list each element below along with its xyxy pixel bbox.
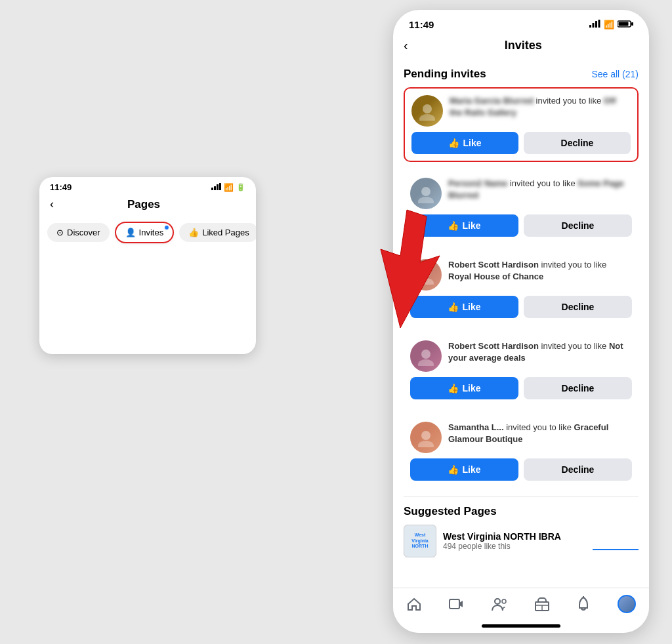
large-status-icons: 📶 <box>589 20 633 30</box>
like-button-1[interactable]: 👍 Like <box>411 132 518 154</box>
invite-item-4: Robert Scott Hardison invited you to lik… <box>404 334 639 406</box>
invites-dot <box>164 225 169 230</box>
large-wifi-icon: 📶 <box>604 20 614 30</box>
nav-video[interactable] <box>448 596 464 612</box>
large-back-arrow[interactable]: ‹ <box>404 38 408 53</box>
svg-rect-21 <box>450 599 459 609</box>
like-label-2: Like <box>462 220 480 231</box>
pending-title: Pending invites <box>404 68 486 81</box>
svg-point-17 <box>421 350 430 359</box>
invites-icon: 👤 <box>125 228 136 237</box>
svg-point-14 <box>418 197 434 203</box>
bottom-navigation <box>393 588 649 618</box>
invite-top-3: Robert Scott Hardison invited you to lik… <box>410 259 632 291</box>
tab-liked-pages[interactable]: 👍 Liked Pages <box>179 223 256 242</box>
large-phone: 11:49 📶 ‹ Invites <box>393 10 649 633</box>
invite-item-2: Person2 Name invited you to like Some Pa… <box>404 171 639 243</box>
home-indicator <box>393 618 649 633</box>
small-phone-status-bar: 11:49 📶 🔋 <box>39 177 256 195</box>
suggested-follow-button-1[interactable] <box>593 532 639 550</box>
suggested-section: Suggested Pages West Virginia NORTH West… <box>404 505 639 557</box>
svg-point-18 <box>418 359 434 366</box>
svg-point-12 <box>419 114 435 121</box>
like-label-3: Like <box>462 302 480 312</box>
invited-you-5: invited you to like <box>506 422 574 432</box>
suggested-thumb-text-1: West Virginia NORTH <box>404 531 436 551</box>
small-phone: 11:49 📶 🔋 ‹ Pages ⊙ Discover 👤 Invi <box>39 177 256 354</box>
small-phone-nav: ‹ Pages <box>39 195 256 216</box>
tab-invites[interactable]: 👤 Invites <box>115 222 175 243</box>
svg-point-24 <box>502 599 506 603</box>
invite-top-2: Person2 Name invited you to like Some Pa… <box>410 178 632 209</box>
inviter-name-5: Samantha L... <box>448 422 504 432</box>
invite-top-5: Samantha L... invited you to like Gracef… <box>410 422 632 453</box>
invited-you-4: invited you to like <box>541 341 609 351</box>
tab-discover[interactable]: ⊙ Discover <box>47 223 110 242</box>
wifi-icon: 📶 <box>224 183 234 192</box>
decline-button-3[interactable]: Decline <box>524 296 632 318</box>
inviter-name-4: Robert Scott Hardison <box>448 341 539 351</box>
invite-actions-1: 👍 Like Decline <box>411 132 631 154</box>
invited-you-1: invited you to like <box>536 96 604 106</box>
svg-point-15 <box>421 268 430 277</box>
nav-home[interactable] <box>406 596 422 612</box>
invite-actions-5: 👍 Like Decline <box>410 458 632 481</box>
like-thumb-icon-1: 👍 <box>448 138 459 148</box>
decline-button-4[interactable]: Decline <box>524 377 632 399</box>
svg-rect-1 <box>214 186 216 190</box>
svg-rect-0 <box>211 188 213 190</box>
like-button-2[interactable]: 👍 Like <box>410 214 518 237</box>
small-phone-status-icons: 📶 🔋 <box>211 183 245 192</box>
inviter-name-1: Maria Garcia Blurred <box>450 96 534 106</box>
nav-marketplace[interactable] <box>534 596 550 612</box>
like-button-3[interactable]: 👍 Like <box>410 296 518 318</box>
invite-text-2: Person2 Name invited you to like Some Pa… <box>448 178 632 201</box>
tab-liked-label: Liked Pages <box>202 228 249 237</box>
svg-rect-10 <box>631 22 633 26</box>
invite-top-4: Robert Scott Hardison invited you to lik… <box>410 340 632 372</box>
tab-invites-label: Invites <box>139 228 164 237</box>
invite-actions-4: 👍 Like Decline <box>410 377 632 399</box>
svg-point-11 <box>423 104 432 113</box>
large-page-title: Invites <box>408 39 639 52</box>
decline-button-1[interactable]: Decline <box>524 132 631 154</box>
nav-profile[interactable] <box>618 595 636 613</box>
svg-point-16 <box>418 278 434 285</box>
like-thumb-icon-4: 👍 <box>448 383 459 393</box>
large-battery-icon <box>618 20 633 30</box>
suggested-item-1: West Virginia NORTH West Virginia NORTH … <box>404 525 639 557</box>
nav-notifications[interactable] <box>576 596 591 612</box>
large-time: 11:49 <box>409 19 434 30</box>
invite-item-1: Maria Garcia Blurred invited you to like… <box>404 87 639 162</box>
signal-icon <box>211 183 221 191</box>
like-button-5[interactable]: 👍 Like <box>410 458 518 481</box>
decline-button-2[interactable]: Decline <box>524 214 632 237</box>
invite-top-1: Maria Garcia Blurred invited you to like… <box>411 95 631 127</box>
invite-text-1: Maria Garcia Blurred invited you to like… <box>450 95 631 119</box>
small-phone-tabs: ⊙ Discover 👤 Invites 👍 Liked Pages <box>39 216 256 249</box>
small-phone-back-arrow[interactable]: ‹ <box>50 197 54 211</box>
invited-you-2: invited you to like <box>510 178 578 188</box>
like-button-4[interactable]: 👍 Like <box>410 377 518 399</box>
invite-text-4: Robert Scott Hardison invited you to lik… <box>448 340 632 364</box>
see-all-button[interactable]: See all (21) <box>591 69 639 79</box>
avatar-3 <box>410 259 442 291</box>
page-name-3: Royal House of Chance <box>448 272 543 281</box>
suggested-likes-1: 494 people like this <box>443 542 586 551</box>
large-signal-icon <box>589 20 600 30</box>
svg-rect-2 <box>217 184 219 190</box>
like-label-1: Like <box>463 138 481 148</box>
svg-point-13 <box>421 187 430 196</box>
invite-text-5: Samantha L... invited you to like Gracef… <box>448 422 632 445</box>
like-thumb-icon-2: 👍 <box>448 220 459 231</box>
invite-item-5: Samantha L... invited you to like Gracef… <box>404 415 639 487</box>
avatar-1 <box>411 95 443 127</box>
avatar-5 <box>410 422 442 453</box>
decline-button-5[interactable]: Decline <box>524 458 632 481</box>
tab-discover-label: Discover <box>67 228 100 237</box>
large-status-bar: 11:49 📶 <box>393 10 649 34</box>
discover-icon: ⊙ <box>56 228 64 237</box>
nav-friends[interactable] <box>491 596 508 612</box>
svg-rect-3 <box>219 183 221 190</box>
svg-point-23 <box>495 599 500 604</box>
